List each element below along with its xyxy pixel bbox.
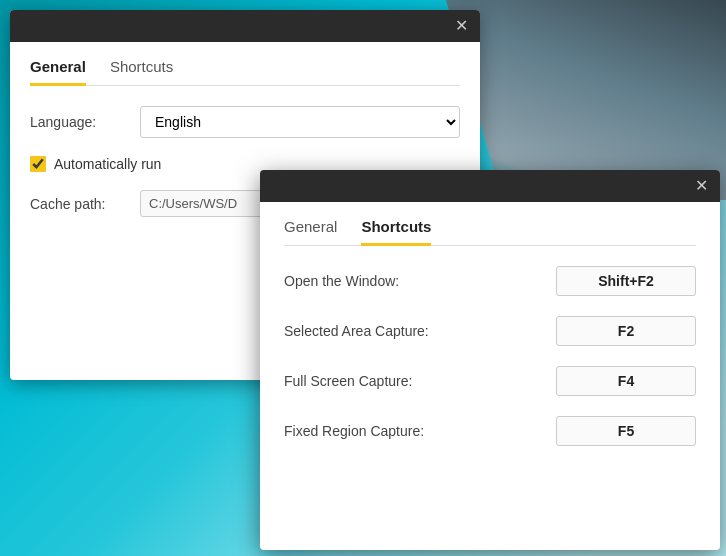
shortcut-row-fixed-region: Fixed Region Capture: F5: [284, 416, 696, 446]
shortcut-key-fixed-region[interactable]: F5: [556, 416, 696, 446]
language-select[interactable]: English French German Spanish Chinese: [140, 106, 460, 138]
shortcut-body: General Shortcuts Open the Window: Shift…: [260, 202, 720, 550]
dialog-shortcuts-front: ✕ General Shortcuts Open the Window: Shi…: [260, 170, 720, 550]
titlebar-back: ✕: [10, 10, 480, 42]
tabs-front: General Shortcuts: [284, 218, 696, 246]
titlebar-front: ✕: [260, 170, 720, 202]
shortcut-row-full-screen: Full Screen Capture: F4: [284, 366, 696, 396]
tabs-back: General Shortcuts: [30, 58, 460, 86]
language-row: Language: English French German Spanish …: [30, 106, 460, 138]
tab-shortcuts-back[interactable]: Shortcuts: [110, 58, 173, 86]
shortcut-label-full-screen: Full Screen Capture:: [284, 373, 556, 389]
language-label: Language:: [30, 114, 140, 130]
shortcut-row-open-window: Open the Window: Shift+F2: [284, 266, 696, 296]
close-button-back[interactable]: ✕: [451, 16, 472, 36]
tab-general-front[interactable]: General: [284, 218, 337, 246]
cache-path-label: Cache path:: [30, 196, 140, 212]
shortcut-key-full-screen[interactable]: F4: [556, 366, 696, 396]
shortcut-label-fixed-region: Fixed Region Capture:: [284, 423, 556, 439]
tab-shortcuts-front[interactable]: Shortcuts: [361, 218, 431, 246]
close-button-front[interactable]: ✕: [691, 176, 712, 196]
shortcut-key-open-window[interactable]: Shift+F2: [556, 266, 696, 296]
tab-general-back[interactable]: General: [30, 58, 86, 86]
shortcut-key-selected-area[interactable]: F2: [556, 316, 696, 346]
shortcut-label-open-window: Open the Window:: [284, 273, 556, 289]
auto-run-label: Automatically run: [54, 156, 161, 172]
auto-run-checkbox[interactable]: [30, 156, 46, 172]
shortcut-label-selected-area: Selected Area Capture:: [284, 323, 556, 339]
shortcut-row-selected-area: Selected Area Capture: F2: [284, 316, 696, 346]
